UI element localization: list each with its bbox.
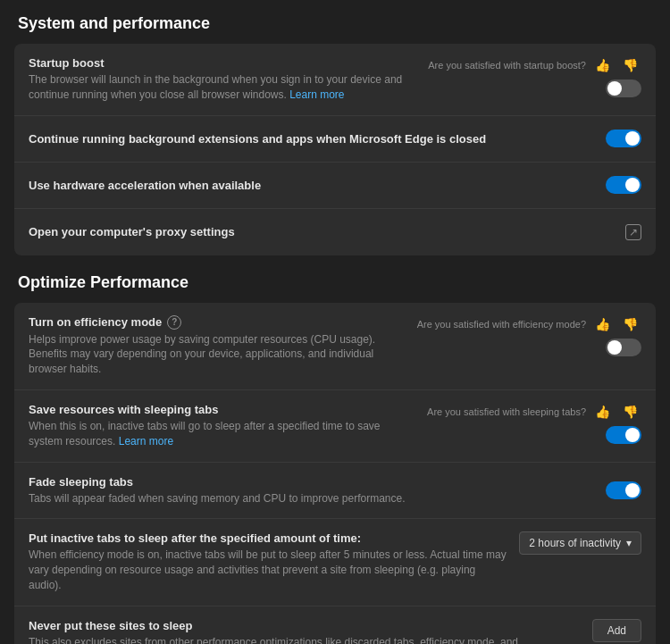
fade-sleeping-desc: Tabs will appear faded when saving memor…	[29, 491, 547, 506]
sleep-timer-info: Put inactive tabs to sleep after the spe…	[29, 531, 508, 592]
proxy-external-link-icon[interactable]: ↗	[625, 224, 641, 240]
startup-feedback-label: Are you satisfied with startup boost?	[428, 60, 586, 71]
background-extensions-row: Continue running background extensions a…	[14, 116, 656, 163]
fade-sleeping-info: Fade sleeping tabs Tabs will appear fade…	[29, 475, 595, 506]
efficiency-mode-toggle[interactable]	[606, 339, 641, 356]
optimize-settings-card: Turn on efficiency mode ? Helps improve …	[14, 303, 656, 644]
startup-boost-learn-more[interactable]: Learn more	[289, 88, 344, 101]
system-section-title: System and performance	[14, 14, 656, 33]
efficiency-toggle-wrap[interactable]	[606, 339, 641, 356]
efficiency-mode-row: Turn on efficiency mode ? Helps improve …	[14, 303, 656, 390]
sleeping-tabs-track	[606, 426, 641, 444]
fade-sleeping-toggle-wrap[interactable]	[606, 481, 641, 499]
optimize-section-title: Optimize Performance	[14, 273, 656, 292]
hardware-acceleration-row: Use hardware acceleration when available	[14, 163, 656, 209]
efficiency-mode-controls: Are you satisfied with efficiency mode? …	[417, 315, 641, 356]
startup-boost-controls: Are you satisfied with startup boost? 👍 …	[428, 56, 641, 97]
efficiency-feedback-label: Are you satisfied with efficiency mode?	[417, 319, 586, 330]
startup-feedback-area: Are you satisfied with startup boost? 👍 …	[428, 56, 641, 74]
efficiency-help-icon[interactable]: ?	[167, 315, 181, 330]
never-sleep-info: Never put these sites to sleep This also…	[29, 619, 582, 644]
proxy-settings-row: Open your computer's proxy settings ↗	[14, 209, 656, 255]
efficiency-mode-info: Turn on efficiency mode ? Helps improve …	[29, 315, 406, 377]
never-sleep-label: Never put these sites to sleep	[29, 619, 582, 632]
sleeping-feedback-area: Are you satisfied with sleeping tabs? 👍 …	[427, 403, 641, 421]
efficiency-mode-track	[606, 339, 641, 356]
sleeping-tabs-controls: Are you satisfied with sleeping tabs? 👍 …	[427, 403, 641, 444]
fade-sleeping-row: Fade sleeping tabs Tabs will appear fade…	[14, 463, 656, 520]
startup-boost-desc: The browser will launch in the backgroun…	[29, 72, 417, 103]
fade-sleeping-toggle[interactable]	[606, 481, 641, 499]
background-extensions-label: Continue running background extensions a…	[29, 132, 595, 146]
hardware-acceleration-label: Use hardware acceleration when available	[29, 179, 595, 192]
hardware-acceleration-toggle-wrap[interactable]	[606, 176, 641, 194]
startup-boost-label: Startup boost	[29, 56, 417, 70]
never-sleep-desc: This also excludes sites from other perf…	[29, 635, 547, 644]
background-extensions-toggle[interactable]	[606, 130, 641, 147]
startup-boost-info: Startup boost The browser will launch in…	[29, 56, 417, 103]
efficiency-thumbup-btn[interactable]: 👍	[591, 315, 614, 333]
startup-thumbup-btn[interactable]: 👍	[591, 56, 614, 74]
proxy-settings-info: Open your computer's proxy settings	[29, 225, 615, 238]
proxy-settings-controls: ↗	[625, 224, 641, 240]
background-extensions-info: Continue running background extensions a…	[29, 132, 595, 146]
sleeping-thumbdown-btn[interactable]: 👎	[619, 403, 641, 421]
system-section: System and performance Startup boost The…	[14, 14, 656, 255]
hardware-acceleration-toggle[interactable]	[606, 176, 641, 194]
sleep-timer-dropdown[interactable]: 2 hours of inactivity ▾	[519, 531, 641, 555]
efficiency-thumbdown-btn[interactable]: 👎	[619, 315, 641, 333]
fade-sleeping-track	[606, 481, 641, 499]
hardware-acceleration-info: Use hardware acceleration when available	[29, 179, 595, 192]
sleeping-tabs-thumb	[625, 428, 640, 442]
fade-sleeping-label: Fade sleeping tabs	[29, 475, 595, 489]
sleeping-tabs-label: Save resources with sleeping tabs	[29, 403, 416, 416]
efficiency-mode-label: Turn on efficiency mode ?	[29, 315, 406, 330]
never-sleep-add-btn[interactable]: Add	[592, 619, 641, 642]
optimize-section: Optimize Performance Turn on efficiency …	[14, 273, 656, 644]
sleeping-thumbup-btn[interactable]: 👍	[591, 403, 614, 421]
sleeping-tabs-learn-more[interactable]: Learn more	[119, 435, 173, 447]
background-extensions-track	[606, 130, 641, 147]
sleeping-feedback-label: Are you satisfied with sleeping tabs?	[427, 406, 586, 417]
system-settings-card: Startup boost The browser will launch in…	[14, 44, 656, 255]
startup-boost-row: Startup boost The browser will launch in…	[14, 44, 656, 116]
sleeping-tabs-info: Save resources with sleeping tabs When t…	[29, 403, 416, 449]
efficiency-feedback-area: Are you satisfied with efficiency mode? …	[417, 315, 641, 333]
efficiency-mode-thumb	[607, 340, 622, 355]
never-sleep-row: Never put these sites to sleep This also…	[14, 606, 656, 644]
hardware-acceleration-thumb	[625, 178, 640, 192]
efficiency-mode-desc: Helps improve power usage by saving comp…	[29, 332, 406, 377]
fade-sleeping-thumb	[625, 483, 640, 498]
startup-boost-track	[606, 79, 641, 97]
sleep-timer-label: Put inactive tabs to sleep after the spe…	[29, 531, 508, 545]
startup-boost-toggle[interactable]	[606, 79, 641, 97]
proxy-settings-label: Open your computer's proxy settings	[29, 225, 615, 238]
sleep-timer-desc: When efficiency mode is on, inactive tab…	[29, 548, 508, 592]
startup-toggle-wrap[interactable]	[606, 79, 641, 97]
sleep-timer-chevron-icon: ▾	[626, 537, 632, 549]
hardware-acceleration-controls	[606, 176, 641, 194]
startup-boost-thumb	[607, 81, 622, 96]
never-sleep-controls: Add	[592, 619, 641, 642]
fade-sleeping-controls	[606, 481, 641, 499]
hardware-acceleration-track	[606, 176, 641, 194]
sleeping-tabs-toggle-wrap[interactable]	[606, 426, 641, 444]
sleep-timer-row: Put inactive tabs to sleep after the spe…	[14, 519, 656, 606]
sleeping-tabs-row: Save resources with sleeping tabs When t…	[14, 390, 656, 463]
sleeping-tabs-toggle[interactable]	[606, 426, 641, 444]
sleep-timer-controls: 2 hours of inactivity ▾	[519, 531, 641, 555]
startup-thumbdown-btn[interactable]: 👎	[619, 56, 641, 74]
sleeping-tabs-desc: When this is on, inactive tabs will go t…	[29, 419, 416, 449]
background-extensions-thumb	[625, 131, 640, 146]
background-extensions-toggle-wrap[interactable]	[606, 130, 641, 147]
sleep-timer-value: 2 hours of inactivity	[529, 537, 621, 549]
background-extensions-controls	[606, 130, 641, 147]
